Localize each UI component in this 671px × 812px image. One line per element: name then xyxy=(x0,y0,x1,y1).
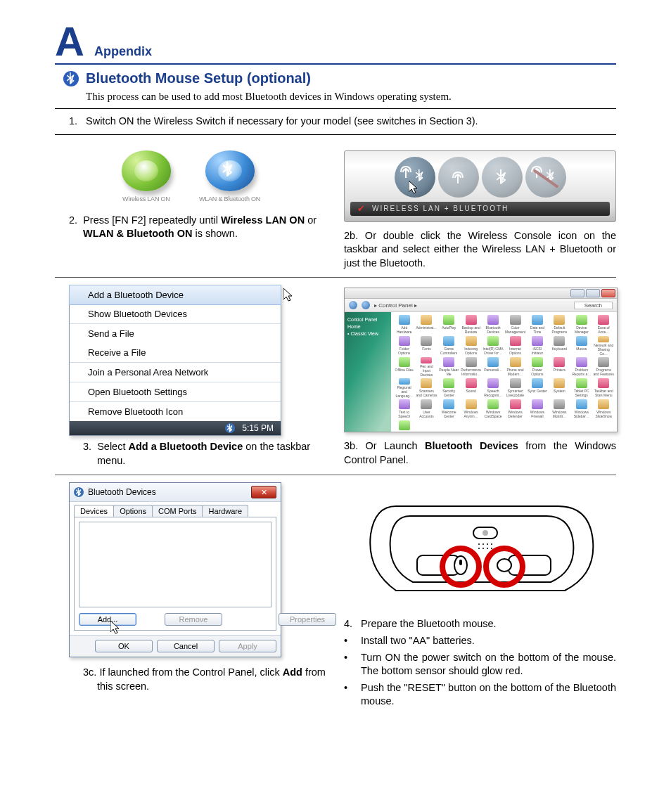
cp-item[interactable]: People Near Me xyxy=(438,357,459,377)
svg-point-16 xyxy=(491,548,492,549)
tab-devices[interactable]: Devices xyxy=(74,505,114,517)
wlan-on-label: Wireless LAN ON xyxy=(122,195,171,202)
cp-item[interactable]: Windows CardSpace xyxy=(483,399,503,419)
step-2: 2. Press [FN F2] repeatedly until Wirele… xyxy=(69,214,327,241)
console-mode-wlan[interactable] xyxy=(438,157,479,198)
cp-item[interactable]: Phone and Modem… xyxy=(505,357,525,377)
cp-item[interactable]: Security Center xyxy=(438,378,459,398)
dialog-close-button[interactable]: ✕ xyxy=(251,486,276,498)
cp-item[interactable]: Sync Center xyxy=(527,378,547,398)
cp-item[interactable]: Windows Update xyxy=(394,420,414,432)
svg-point-11 xyxy=(487,543,488,545)
cp-item[interactable]: Symantec LiveUpdate xyxy=(505,378,525,398)
menu-open-settings[interactable]: Open Bluetooth Settings xyxy=(70,382,281,401)
cp-item[interactable]: Folder Options xyxy=(394,336,414,356)
cp-item[interactable]: Problem Reports a… xyxy=(571,357,592,377)
explorer-nav-bar: ▸ Control Panel ▸ Search xyxy=(345,299,617,312)
cancel-button[interactable]: Cancel xyxy=(157,640,215,652)
cp-item[interactable]: Date and Time xyxy=(527,315,547,335)
apply-button[interactable]: Apply xyxy=(219,640,276,652)
cp-item[interactable]: Text to Speech xyxy=(394,399,414,419)
cp-item[interactable]: Color Management xyxy=(505,315,525,335)
cp-item[interactable]: Indexing Options xyxy=(461,336,481,356)
cp-item[interactable]: Pen and Input Devices xyxy=(416,357,437,377)
cp-item[interactable]: User Accounts xyxy=(416,399,437,419)
divider xyxy=(55,108,616,109)
nav-fwd-button[interactable] xyxy=(362,301,370,309)
cp-item[interactable]: Performance Informatio… xyxy=(461,357,481,377)
cp-item[interactable]: Printers xyxy=(549,357,570,377)
breadcrumb[interactable]: ▸ Control Panel ▸ xyxy=(374,302,417,309)
window-close-button[interactable] xyxy=(601,289,615,297)
nav-back-button[interactable] xyxy=(349,301,357,309)
menu-add-bluetooth-device[interactable]: Add a Bluetooth Device xyxy=(69,285,281,305)
ok-button[interactable]: OK xyxy=(95,640,153,652)
console-mode-wlan-bt[interactable] xyxy=(395,157,435,198)
cp-item[interactable]: Device Manager xyxy=(571,315,592,335)
step-3: 3. Select Add a Bluetooth Device on the … xyxy=(83,440,327,468)
cp-item[interactable]: Mouse xyxy=(571,336,592,356)
cp-item[interactable]: Windows Sidebar… xyxy=(571,399,592,419)
cp-item[interactable]: Ease of Acce… xyxy=(594,315,614,335)
cp-item[interactable]: Keyboard xyxy=(549,336,570,356)
window-max-button[interactable] xyxy=(586,289,600,297)
step-1: 1.Switch ON the Wireless Switch if neces… xyxy=(55,115,616,129)
window-min-button[interactable] xyxy=(570,289,584,297)
cp-item[interactable]: Windows Firewall xyxy=(527,399,547,419)
cp-item[interactable]: Windows SlideShow xyxy=(594,399,614,419)
console-mode-bt[interactable] xyxy=(482,157,523,198)
cp-item[interactable]: Offline Files xyxy=(394,357,414,377)
cp-item[interactable]: Bluetooth Devices xyxy=(483,315,503,335)
console-mode-off[interactable] xyxy=(525,157,566,198)
cp-item[interactable]: Regional and Languag… xyxy=(394,378,414,398)
cp-item[interactable]: AutoPlay xyxy=(438,315,459,335)
cp-item[interactable]: Intel(R) GMA Driver for… xyxy=(483,336,503,356)
menu-receive-file[interactable]: Receive a File xyxy=(70,343,281,362)
cp-item[interactable]: Speech Recogniti… xyxy=(483,378,503,398)
properties-button[interactable]: Properties xyxy=(279,613,336,626)
step-3c: 3c. If launched from the Control Panel, … xyxy=(83,666,327,693)
cp-item[interactable]: iSCSI Initiator xyxy=(527,336,547,356)
section-title-row: Bluetooth Mouse Setup (optional) xyxy=(63,70,616,86)
cp-item[interactable]: Sound xyxy=(461,378,481,398)
cp-item[interactable]: Fonts xyxy=(416,336,437,356)
cp-item[interactable]: Programs and Features xyxy=(594,357,614,377)
cp-item[interactable]: Internet Options xyxy=(505,336,525,356)
figure-taskbar-menu: Add a Bluetooth Device Show Bluetooth De… xyxy=(69,285,281,436)
remove-button[interactable]: Remove xyxy=(165,613,222,626)
svg-point-10 xyxy=(483,543,484,545)
tab-com-ports[interactable]: COM Ports xyxy=(152,505,203,517)
menu-show-bluetooth-devices[interactable]: Show Bluetooth Devices xyxy=(70,304,281,323)
wlan-bt-on-icon xyxy=(205,150,255,191)
cp-item[interactable]: Network and Sharing Ce… xyxy=(594,336,614,356)
cp-item[interactable]: Game Controllers xyxy=(438,336,459,356)
cp-item[interactable]: Administrat… xyxy=(416,315,437,335)
cp-item[interactable]: Windows Anytim… xyxy=(461,399,481,419)
cp-item[interactable]: Power Options xyxy=(527,357,547,377)
tab-hardware[interactable]: Hardware xyxy=(202,505,248,517)
device-list[interactable] xyxy=(79,522,271,607)
tray-bluetooth-icon[interactable] xyxy=(225,423,235,433)
appendix-label: Appendix xyxy=(94,44,152,59)
search-input[interactable]: Search xyxy=(574,302,613,309)
cp-item[interactable]: Windows Mobilit… xyxy=(549,399,570,419)
cp-item[interactable]: Windows Defender xyxy=(505,399,525,419)
tab-options[interactable]: Options xyxy=(113,505,153,517)
cp-item[interactable]: Default Programs xyxy=(549,315,570,335)
step-3b: 3b. Or Launch Bluetooth Devices from the… xyxy=(344,439,616,467)
menu-remove-icon[interactable]: Remove Bluetooth Icon xyxy=(70,402,281,421)
wlan-on-icon xyxy=(122,150,171,191)
cp-item[interactable]: Personali… xyxy=(483,357,503,377)
cp-item[interactable]: Add Hardware xyxy=(394,315,414,335)
cp-item[interactable]: Tablet PC Settings xyxy=(571,378,592,398)
cp-item[interactable]: Backup and Restore xyxy=(461,315,481,335)
menu-join-pan[interactable]: Join a Personal Area Network xyxy=(70,363,281,382)
svg-rect-5 xyxy=(509,555,551,575)
cp-item[interactable]: Taskbar and Start Menu xyxy=(594,378,614,398)
menu-send-file[interactable]: Send a File xyxy=(70,324,281,343)
svg-point-9 xyxy=(478,543,480,545)
add-button[interactable]: Add... xyxy=(79,613,136,626)
cp-item[interactable]: Scanners and Cameras xyxy=(416,378,437,398)
cp-item[interactable]: Welcome Center xyxy=(438,399,459,419)
cp-item[interactable]: System xyxy=(549,378,570,398)
